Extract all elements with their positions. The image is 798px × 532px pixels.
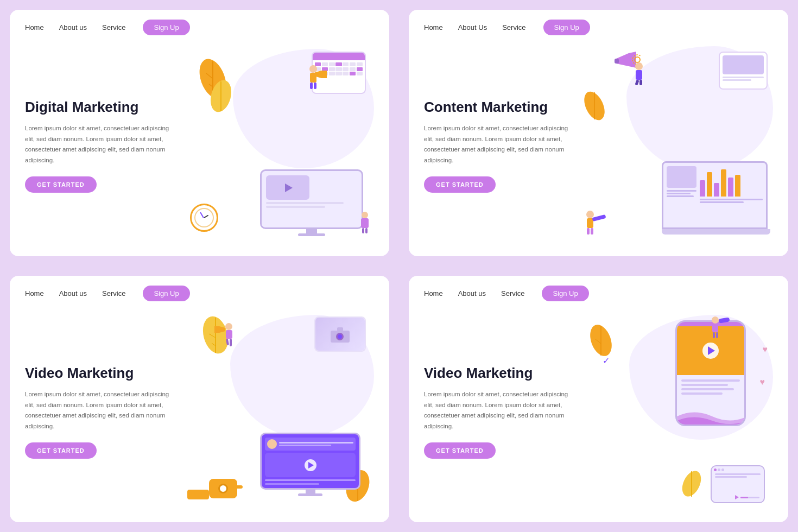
monitor-video: [260, 433, 360, 495]
card-video-marketing-1: Home About us Service Sign Up Video Mark…: [10, 276, 389, 522]
svg-rect-17: [337, 327, 343, 331]
person-standing: [309, 65, 317, 89]
nav-signup-2[interactable]: Sign Up: [543, 20, 590, 35]
desc-content-marketing: Lorem ipsum dolor sit amet, consectetuer…: [424, 123, 575, 166]
nav-about-2[interactable]: About Us: [458, 23, 487, 31]
desc-video-marketing-1: Lorem ipsum dolor sit amet, consectetuer…: [25, 389, 176, 432]
title-content-marketing: Content Marketing: [424, 99, 575, 116]
photo-card-video: [314, 316, 366, 352]
person-megaphone-video: [225, 323, 232, 346]
nav-service-4[interactable]: Service: [501, 289, 524, 297]
nav-about-3[interactable]: About us: [59, 289, 87, 297]
orange-accent-video: [187, 490, 209, 499]
title-video-marketing-1: Video Marketing: [25, 365, 176, 382]
person-telescope: [586, 211, 594, 235]
nav-home-3[interactable]: Home: [25, 289, 44, 297]
leaf-mobile-br: [681, 468, 702, 501]
content-card-top: [719, 52, 768, 90]
laptop-content: [662, 161, 770, 237]
heart-icon-1: ♥: [763, 345, 768, 354]
cta-digital-marketing[interactable]: GET STARTED: [25, 176, 97, 193]
nav-digital-marketing: Home About us Service Sign Up: [10, 10, 389, 41]
mobile-main: [675, 320, 746, 426]
illustration-content-marketing: [581, 46, 773, 245]
svg-rect-6: [615, 59, 619, 64]
illustration-video-marketing-2: ♥ ♥ ✓: [581, 312, 773, 511]
nav-home-2[interactable]: Home: [424, 23, 443, 31]
nav-home-1[interactable]: Home: [25, 23, 44, 31]
svg-point-16: [338, 334, 342, 339]
person-content: [635, 62, 643, 85]
illustration-digital-marketing: [182, 46, 374, 245]
desc-digital-marketing: Lorem ipsum dolor sit amet, consectetuer…: [25, 123, 176, 166]
leaf-content: [584, 90, 605, 124]
nav-service-2[interactable]: Service: [502, 23, 525, 31]
cta-content-marketing[interactable]: GET STARTED: [424, 176, 496, 193]
camera-video: [209, 479, 237, 501]
title-video-marketing-2: Video Marketing: [424, 365, 575, 382]
nav-home-4[interactable]: Home: [424, 289, 443, 297]
person-woman: [361, 212, 369, 233]
nav-signup-1[interactable]: Sign Up: [143, 20, 189, 35]
leaf-mobile-tl: [589, 323, 613, 360]
leaf-right-1: [209, 79, 233, 116]
cta-video-marketing-2[interactable]: GET STARTED: [424, 442, 496, 459]
nav-about-4[interactable]: About us: [458, 289, 486, 297]
nav-content-marketing: Home About Us Service Sign Up: [409, 10, 788, 41]
nav-video-marketing-1: Home About us Service Sign Up: [10, 276, 389, 307]
nav-signup-4[interactable]: Sign Up: [542, 286, 588, 301]
mobile-secondary: [711, 465, 765, 503]
nav-about-1[interactable]: About us: [59, 23, 87, 31]
nav-service-1[interactable]: Service: [102, 23, 125, 31]
desc-video-marketing-2: Lorem ipsum dolor sit amet, consectetuer…: [424, 389, 575, 432]
nav-service-3[interactable]: Service: [102, 289, 125, 297]
card-video-marketing-2: Home About us Service Sign Up Video Mark…: [409, 276, 788, 522]
nav-video-marketing-2: Home About us Service Sign Up: [409, 276, 788, 307]
cta-video-marketing-1[interactable]: GET STARTED: [25, 442, 97, 459]
card-content-marketing: Home About Us Service Sign Up Content Ma…: [409, 10, 788, 256]
check-icon: ✓: [603, 356, 610, 366]
title-digital-marketing: Digital Marketing: [25, 99, 176, 116]
monitor-digital: [260, 169, 363, 235]
card-digital-marketing: Home About us Service Sign Up Digital Ma…: [10, 10, 389, 256]
person-binoculars: [712, 316, 719, 338]
clock-digital: [190, 204, 218, 232]
nav-signup-3[interactable]: Sign Up: [143, 286, 189, 301]
illustration-video-marketing-1: [182, 312, 374, 511]
heart-icon-2: ♥: [760, 377, 765, 387]
